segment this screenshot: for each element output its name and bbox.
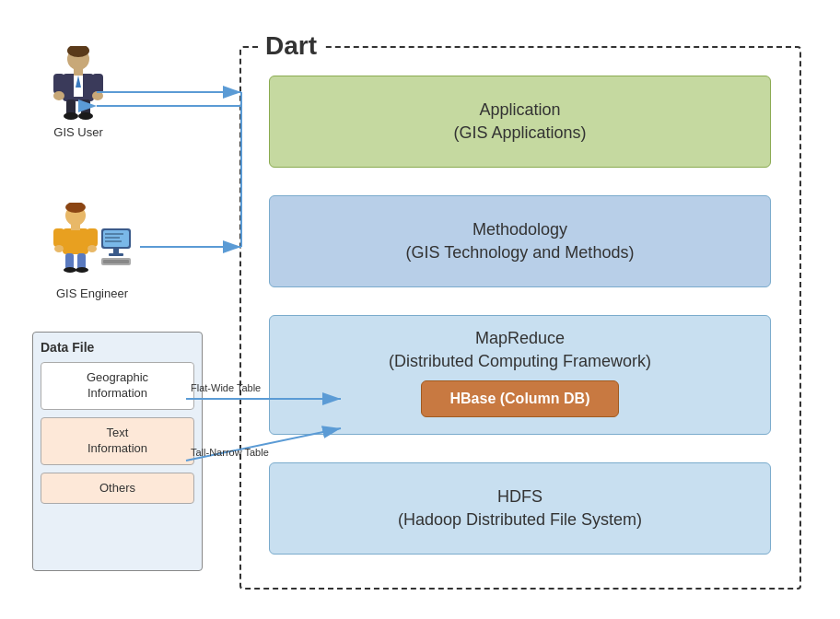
svg-point-24 (76, 267, 88, 273)
svg-point-20 (88, 245, 97, 252)
gis-engineer-actor: GIS Engineer (46, 203, 138, 300)
svg-rect-32 (109, 253, 123, 256)
svg-rect-29 (105, 237, 120, 239)
application-block: Application (GIS Applications) (269, 76, 771, 168)
gis-engineer-label: GIS Engineer (56, 286, 128, 300)
mapreduce-block: MapReduce (Distributed Computing Framewo… (269, 315, 771, 435)
hdfs-text: HDFS (Hadoop Distributed File System) (398, 485, 642, 531)
others-item: Others (41, 473, 194, 505)
hbase-block: HBase (Column DB) (421, 380, 618, 417)
svg-rect-30 (105, 240, 122, 242)
hbase-label: HBase (Column DB) (449, 391, 589, 406)
svg-rect-28 (105, 233, 123, 235)
dart-title: Dart (260, 31, 322, 61)
svg-point-12 (78, 112, 93, 120)
gis-user-actor: GIS User (46, 46, 111, 139)
svg-rect-25 (71, 224, 80, 230)
svg-point-19 (54, 245, 64, 252)
methodology-block: Methodology (GIS Technology and Methods) (269, 195, 771, 287)
svg-rect-17 (53, 228, 64, 247)
svg-rect-34 (103, 260, 129, 263)
gis-engineer-figure (46, 203, 138, 281)
application-text: Application (GIS Applications) (453, 99, 586, 145)
geo-info-item: GeographicInformation (41, 362, 194, 410)
svg-point-23 (64, 267, 76, 273)
main-diagram: Dart Application (GIS Applications) Meth… (18, 18, 822, 601)
hdfs-block: HDFS (Hadoop Distributed File System) (269, 462, 771, 555)
data-file-box: Data File GeographicInformation TextInfo… (32, 332, 203, 571)
text-info-item: TextInformation (41, 417, 194, 465)
data-file-title: Data File (41, 340, 194, 355)
dart-box: Dart Application (GIS Applications) Meth… (239, 46, 801, 590)
svg-rect-6 (92, 74, 103, 94)
svg-point-8 (92, 91, 103, 100)
svg-rect-16 (63, 228, 88, 254)
gis-user-figure (46, 46, 111, 120)
svg-rect-18 (87, 228, 98, 247)
methodology-text: Methodology (GIS Technology and Methods) (406, 218, 635, 264)
svg-rect-5 (53, 74, 64, 94)
svg-rect-13 (74, 68, 83, 76)
gis-user-label: GIS User (53, 125, 102, 139)
mapreduce-text: MapReduce (Distributed Computing Framewo… (389, 327, 651, 373)
svg-point-11 (64, 112, 78, 120)
svg-point-7 (53, 91, 64, 100)
